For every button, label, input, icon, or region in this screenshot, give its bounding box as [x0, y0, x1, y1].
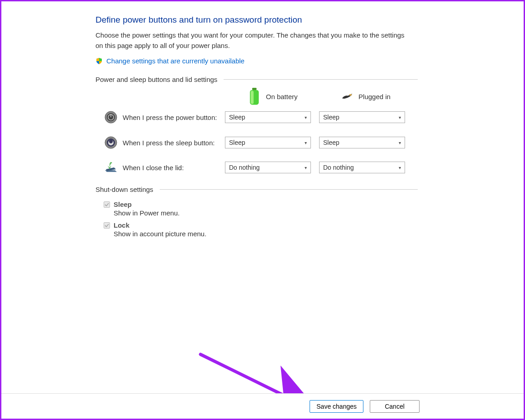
svg-rect-2: [251, 91, 254, 104]
sleep-button-icon: [102, 136, 120, 149]
power-button-plugged-value: Sleep: [323, 114, 339, 121]
power-button-label: When I press the power button:: [120, 114, 225, 121]
sleep-checkbox[interactable]: [104, 201, 110, 208]
svg-point-3: [349, 94, 352, 95]
change-unavailable-settings-link[interactable]: Change settings that are currently unava…: [106, 57, 244, 65]
chevron-down-icon: ▾: [399, 140, 401, 145]
battery-icon: [248, 91, 260, 102]
sleep-option-title: Sleep: [114, 200, 132, 208]
power-button-battery-value: Sleep: [229, 114, 245, 121]
lock-option-title: Lock: [114, 221, 129, 229]
sleep-button-label: When I press the sleep button:: [120, 139, 225, 147]
plugged-in-column-header: Plugged in: [358, 93, 391, 100]
cancel-button[interactable]: Cancel: [370, 400, 420, 413]
lid-plugged-select[interactable]: Do nothing ▾: [319, 162, 405, 173]
svg-rect-0: [253, 88, 257, 90]
plug-icon: [341, 91, 353, 102]
sleep-button-plugged-select[interactable]: Sleep ▾: [319, 137, 405, 148]
divider: [224, 79, 418, 80]
lid-battery-value: Do nothing: [229, 164, 260, 171]
page-description: Choose the power settings that you want …: [95, 30, 412, 51]
power-button-icon: [102, 110, 120, 124]
divider: [160, 189, 418, 190]
shield-icon: [95, 57, 103, 65]
lock-option-desc: Show in account picture menu.: [104, 230, 418, 238]
power-sleep-section-title: Power and sleep buttons and lid settings: [95, 76, 217, 83]
chevron-down-icon: ▾: [305, 115, 307, 120]
sleep-button-battery-select[interactable]: Sleep ▾: [225, 137, 311, 148]
lid-plugged-value: Do nothing: [323, 164, 354, 171]
sleep-button-battery-value: Sleep: [229, 139, 245, 146]
sleep-option-desc: Show in Power menu.: [104, 209, 418, 217]
lock-checkbox[interactable]: [104, 222, 110, 229]
sleep-button-plugged-value: Sleep: [323, 139, 339, 146]
save-changes-button[interactable]: Save changes: [310, 400, 363, 413]
chevron-down-icon: ▾: [305, 165, 307, 170]
chevron-down-icon: ▾: [399, 115, 401, 120]
shutdown-section-title: Shut-down settings: [95, 186, 153, 193]
lid-close-icon: [102, 161, 120, 174]
chevron-down-icon: ▾: [305, 140, 307, 145]
lid-battery-select[interactable]: Do nothing ▾: [225, 162, 311, 173]
lid-close-label: When I close the lid:: [120, 164, 225, 172]
power-button-battery-select[interactable]: Sleep ▾: [225, 111, 311, 123]
chevron-down-icon: ▾: [399, 165, 401, 170]
svg-point-9: [107, 138, 115, 147]
on-battery-column-header: On battery: [266, 93, 297, 100]
power-button-plugged-select[interactable]: Sleep ▾: [319, 111, 405, 123]
page-title: Define power buttons and turn on passwor…: [95, 15, 418, 25]
